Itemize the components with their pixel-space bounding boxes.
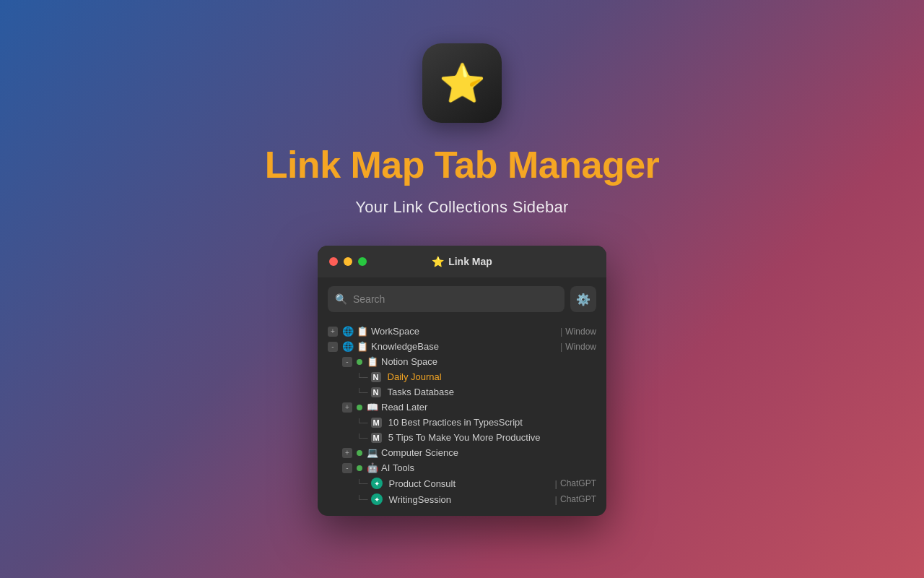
writing-session-label: WritingSession bbox=[389, 494, 552, 505]
medium-icon: M bbox=[371, 418, 382, 428]
chatgpt-icon: ✦ bbox=[371, 478, 383, 489]
chrome-icon: 🌐 bbox=[342, 341, 354, 352]
title-star-icon: ⭐ bbox=[432, 256, 444, 267]
workspace-window-label: Window bbox=[565, 327, 596, 337]
app-window: ⭐ Link Map 🔍 Search ⚙️ + 🌐 📋 WorkSpace |… bbox=[318, 246, 606, 516]
list-item[interactable]: - 🤖 AI Tools bbox=[318, 460, 606, 475]
notion-icon: N bbox=[371, 387, 381, 397]
tree-list: + 🌐 📋 WorkSpace | Window - 🌐 📋 Knowledge… bbox=[318, 321, 606, 516]
computer-science-icon: 💻 bbox=[367, 447, 378, 458]
expand-icon[interactable]: - bbox=[342, 463, 352, 473]
list-item[interactable]: └─ M 5 Tips To Make You More Productive bbox=[318, 430, 606, 445]
list-item[interactable]: └─ ✦ Product Consult | ChatGPT bbox=[318, 475, 606, 491]
chatgpt-icon: ✦ bbox=[371, 493, 383, 505]
list-item[interactable]: └─ N Tasks Database bbox=[318, 384, 606, 400]
productivity-tips-label: 5 Tips To Make You More Productive bbox=[388, 432, 596, 443]
maximize-button[interactable] bbox=[358, 257, 367, 266]
titlebar: ⭐ Link Map bbox=[318, 246, 606, 277]
window-title-text: Link Map bbox=[448, 256, 492, 267]
typescript-article-label: 10 Best Practices in TypesScript bbox=[388, 417, 596, 428]
list-item[interactable]: + 🌐 📋 WorkSpace | Window bbox=[318, 324, 606, 339]
expand-icon[interactable]: - bbox=[328, 342, 338, 352]
search-input-wrap[interactable]: 🔍 Search bbox=[328, 286, 565, 312]
notion-space-label: Notion Space bbox=[381, 356, 596, 367]
list-item[interactable]: └─ M 10 Best Practices in TypesScript bbox=[318, 415, 606, 430]
kb-flag-icon: 📋 bbox=[357, 341, 368, 352]
list-item[interactable]: + 💻 Computer Science bbox=[318, 445, 606, 460]
list-item[interactable]: - 🌐 📋 KnowledgeBase | Window bbox=[318, 339, 606, 354]
app-title: Link Map Tab Manager bbox=[265, 143, 660, 186]
minimize-button[interactable] bbox=[344, 257, 352, 266]
notion-icon: N bbox=[371, 372, 381, 382]
tree-connector: └─ bbox=[357, 418, 368, 427]
tree-connector: └─ bbox=[357, 434, 368, 442]
chrome-icon: 🌐 bbox=[342, 326, 354, 337]
app-icon: ⭐ bbox=[422, 43, 502, 123]
traffic-lights bbox=[329, 257, 367, 266]
notion-space-icon: 📋 bbox=[367, 356, 378, 367]
tasks-database-label: Tasks Database bbox=[388, 387, 596, 397]
list-item[interactable]: + 📖 Read Later bbox=[318, 400, 606, 415]
status-dot bbox=[357, 465, 362, 471]
kb-window-label: Window bbox=[565, 342, 596, 352]
product-consult-win-label: ChatGPT bbox=[560, 478, 596, 488]
read-later-label: Read Later bbox=[381, 402, 596, 413]
status-dot bbox=[357, 450, 362, 456]
writing-session-win-label: ChatGPT bbox=[560, 494, 596, 504]
medium-icon: M bbox=[371, 433, 382, 443]
computer-science-label: Computer Science bbox=[381, 447, 596, 458]
gear-icon: ⚙️ bbox=[576, 293, 590, 306]
tree-connector: └─ bbox=[357, 373, 368, 381]
window-title: ⭐ Link Map bbox=[432, 256, 492, 267]
close-button[interactable] bbox=[329, 257, 338, 266]
star-icon: ⭐ bbox=[439, 61, 486, 105]
expand-icon[interactable]: - bbox=[342, 357, 352, 367]
search-placeholder-text: Search bbox=[353, 293, 385, 305]
read-later-icon: 📖 bbox=[367, 402, 378, 413]
list-item[interactable]: └─ N Daily Journal bbox=[318, 369, 606, 384]
list-item[interactable]: - 📋 Notion Space bbox=[318, 354, 606, 369]
expand-icon[interactable]: + bbox=[328, 327, 338, 337]
knowledgebase-label: KnowledgeBase bbox=[371, 341, 557, 352]
expand-icon[interactable]: + bbox=[342, 402, 352, 413]
product-consult-label: Product Consult bbox=[389, 478, 552, 489]
ai-tools-icon: 🤖 bbox=[367, 462, 378, 473]
workspace-flag-icon: 📋 bbox=[357, 326, 368, 337]
app-subtitle: Your Link Collections Sidebar bbox=[355, 198, 568, 217]
workspace-label: WorkSpace bbox=[371, 326, 557, 337]
settings-button[interactable]: ⚙️ bbox=[570, 286, 596, 312]
expand-icon[interactable]: + bbox=[342, 448, 352, 458]
tree-connector: └─ bbox=[357, 388, 368, 397]
tree-connector: └─ bbox=[357, 495, 368, 504]
status-dot bbox=[357, 405, 362, 410]
list-item[interactable]: └─ ✦ WritingSession | ChatGPT bbox=[318, 491, 606, 507]
tree-connector: └─ bbox=[357, 479, 368, 488]
status-dot bbox=[357, 359, 362, 365]
daily-journal-label: Daily Journal bbox=[388, 371, 596, 382]
search-icon: 🔍 bbox=[335, 293, 347, 305]
ai-tools-label: AI Tools bbox=[381, 462, 596, 473]
search-bar: 🔍 Search ⚙️ bbox=[318, 277, 606, 321]
